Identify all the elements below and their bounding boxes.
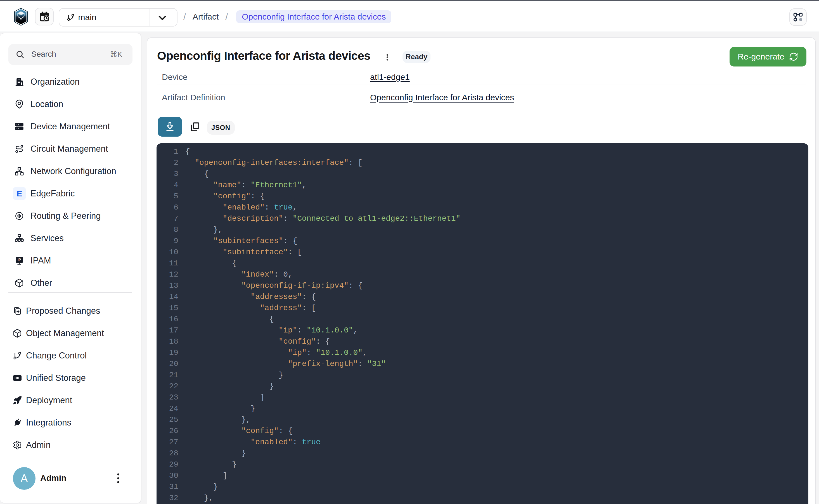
svg-text:IP: IP [18, 258, 21, 262]
